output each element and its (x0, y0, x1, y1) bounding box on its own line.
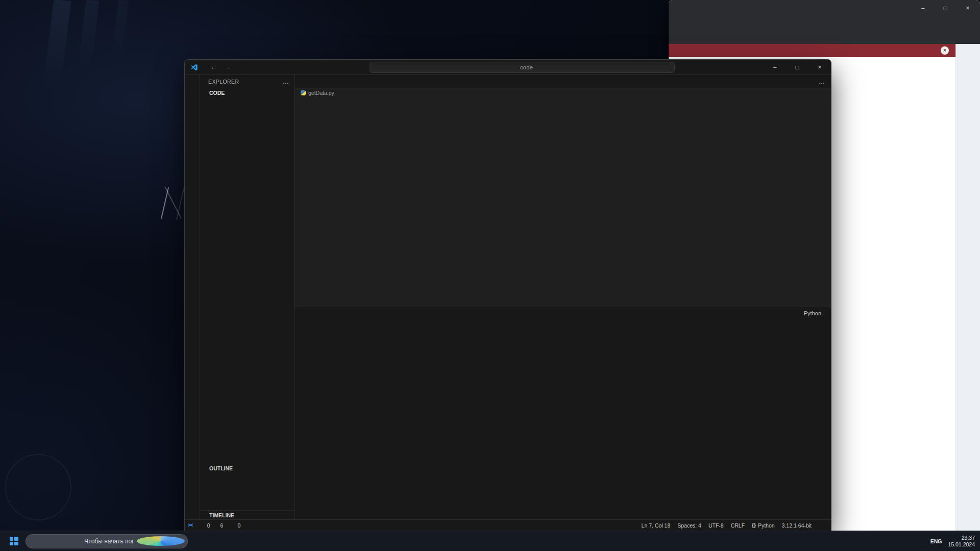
chevron-down-icon (203, 466, 208, 471)
toggle-secondary-sidebar-icon[interactable] (735, 60, 749, 74)
language-status[interactable]: {} Python (752, 522, 775, 529)
cursor-position[interactable]: Ln 7, Col 18 (642, 522, 671, 529)
indentation-status[interactable]: Spaces: 4 (677, 522, 701, 529)
eol-status[interactable]: CRLF (731, 522, 745, 529)
customize-layout-icon[interactable] (749, 60, 764, 74)
bing-icon (137, 536, 185, 546)
root-folder-label: CODE (209, 90, 225, 96)
browser-maximize-button[interactable]: □ (934, 0, 957, 16)
terminal-content[interactable] (299, 321, 827, 518)
breadcrumb[interactable]: getData.py (295, 88, 831, 97)
wallpaper-line (164, 186, 182, 218)
panel-header: Python (295, 307, 831, 319)
system-tray: ENG 23:37 15.01.2024 (877, 535, 980, 548)
time-label: 23:37 (948, 535, 975, 541)
panel: Python (295, 307, 831, 519)
vscode-maximize-button[interactable]: □ (786, 60, 808, 74)
breadcrumb-item: getData.py (308, 90, 334, 96)
command-center[interactable]: code (370, 62, 675, 73)
wallpaper-streak (78, 0, 100, 72)
panel-actions: Python (795, 310, 826, 317)
browser-minimize-button[interactable]: – (912, 0, 934, 16)
browser-close-button[interactable]: × (957, 0, 979, 16)
explorer-root-folder[interactable]: CODE (200, 88, 294, 97)
warning-count: 6 (220, 522, 224, 529)
outline-header[interactable]: OUTLINE (200, 464, 294, 473)
browser-titlebar: – □ × (669, 0, 980, 44)
chevron-up-icon[interactable] (877, 538, 885, 545)
search-icon (511, 65, 517, 70)
clock[interactable]: 23:37 15.01.2024 (948, 535, 975, 548)
editor-tabs: … (295, 75, 831, 88)
vscode-minimize-button[interactable]: – (764, 60, 786, 74)
taskbar-search[interactable]: Чтобы начать поиск, введите (26, 534, 188, 548)
sidebar-title: EXPLORER (208, 79, 239, 85)
vscode-logo-icon (190, 63, 198, 71)
split-editor-icon[interactable] (806, 78, 813, 85)
activity-bar (185, 75, 200, 519)
sidebar-header: EXPLORER … (200, 75, 294, 88)
wallpaper-streak (43, 0, 71, 87)
browser-sidebar (955, 44, 980, 531)
volume-icon[interactable] (917, 538, 924, 545)
language-indicator[interactable]: ENG (930, 538, 942, 544)
ports-status[interactable]: 0 (229, 522, 240, 529)
notification-banner: × (669, 44, 955, 57)
toggle-panel-icon[interactable] (721, 60, 735, 74)
error-icon (199, 522, 205, 529)
back-icon[interactable]: ← (210, 63, 217, 71)
encoding-status[interactable]: UTF-8 (708, 522, 724, 529)
search-placeholder: Чтобы начать поиск, введите (84, 538, 132, 545)
browser-window-controls: – □ × (912, 0, 979, 16)
vscode-titlebar: ← → code – □ × (185, 60, 831, 75)
problems-status[interactable]: 0 6 (199, 522, 224, 529)
command-center-label: code (520, 64, 533, 70)
timeline-section[interactable]: TIMELINE (200, 510, 294, 519)
terminal-profile[interactable]: Python (795, 310, 821, 317)
status-bar: >< 0 6 0 Ln 7, Col 18 Spaces: 4 UTF-8 CR… (185, 519, 831, 531)
vscode-window: ← → code – □ × EXPLORER … CODE (184, 59, 831, 531)
outline-section: OUTLINE (200, 464, 294, 473)
run-python-file-icon[interactable] (794, 78, 801, 85)
wallpaper-streak (111, 0, 129, 62)
remote-indicator[interactable]: >< (188, 522, 193, 528)
code-editor[interactable] (295, 97, 831, 307)
wallpaper-arc (5, 454, 71, 520)
start-button[interactable] (5, 533, 22, 550)
more-actions-icon[interactable]: … (819, 78, 825, 85)
editor-actions: … (794, 75, 831, 88)
vscode-close-button[interactable]: × (808, 60, 831, 74)
remote-icon: >< (188, 522, 193, 528)
chevron-right-icon (203, 513, 208, 518)
chevron-down-icon (203, 90, 208, 95)
status-right: Ln 7, Col 18 Spaces: 4 UTF-8 CRLF {} Pyt… (642, 522, 826, 529)
banner-close-button[interactable]: × (941, 46, 949, 55)
braces-icon: {} (752, 522, 756, 528)
windows-logo-icon (10, 537, 18, 545)
more-actions-icon[interactable]: … (283, 78, 289, 85)
error-count: 0 (207, 522, 210, 529)
forward-icon[interactable]: → (224, 63, 231, 71)
ports-count: 0 (237, 522, 240, 529)
history-nav: ← → (210, 63, 231, 71)
date-label: 15.01.2024 (948, 541, 975, 548)
timeline-title: TIMELINE (209, 512, 234, 518)
broadcast-icon (229, 522, 235, 529)
terminal-icon (795, 310, 802, 317)
terminal-profile-label: Python (804, 310, 821, 316)
taskbar: Чтобы начать поиск, введите ENG 23:37 15… (0, 531, 980, 551)
cloud-icon[interactable] (891, 538, 898, 545)
toggle-primary-sidebar-icon[interactable] (706, 60, 721, 74)
editor-group: … getData.py (295, 75, 831, 307)
chevron-right-icon (337, 90, 342, 95)
wifi-icon[interactable] (904, 538, 911, 545)
search-icon (32, 538, 80, 544)
bell-icon[interactable] (819, 522, 826, 529)
warning-icon (212, 522, 218, 529)
titlebar-actions: – □ × (706, 60, 831, 74)
language-label: Python (758, 522, 775, 529)
python-interpreter-status[interactable]: 3.12.1 64-bit (782, 522, 812, 529)
python-file-icon (301, 90, 306, 95)
outline-title: OUTLINE (209, 465, 233, 471)
explorer-sidebar: EXPLORER … CODE OUTLINE TIMELINE (200, 75, 295, 519)
